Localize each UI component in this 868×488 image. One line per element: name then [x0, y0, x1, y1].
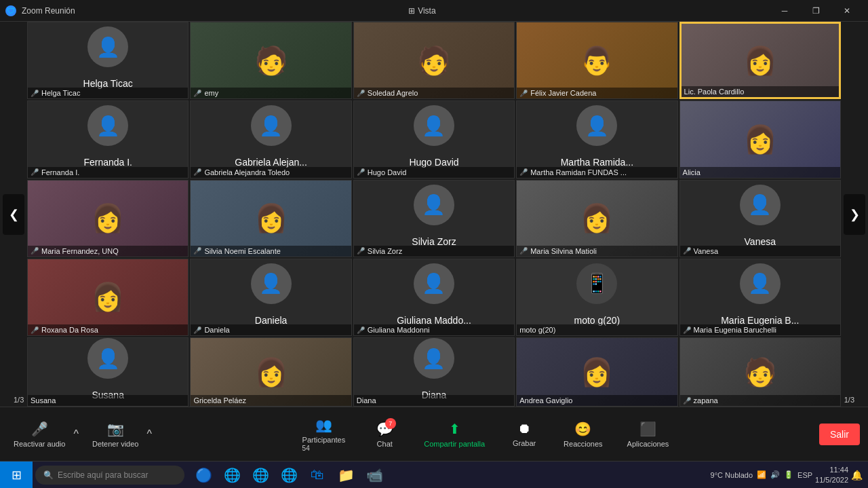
mic-off-icon-daniela: 🎤 — [193, 326, 201, 334]
toolbar-center: 👥 Participantes 54 💬 7 Chat ⬆ Compartir … — [152, 414, 819, 455]
taskbar-app-cortana[interactable]: 🔵 — [190, 462, 217, 489]
share-button[interactable]: ⬆ Compartir pantalla — [418, 418, 490, 451]
tile-fernanda[interactable]: 👤 Fernanda I. 🎤 Fernanda I. — [27, 100, 189, 178]
tile-paola[interactable]: 👩 Lic. Paola Cardillo — [679, 22, 841, 99]
mic-off-icon-mariaf: 🎤 — [31, 247, 39, 255]
tile-zapana[interactable]: 🧑 🎤 zapana — [679, 337, 841, 407]
tile-silviaz[interactable]: 👤 Silvia Zorz 🎤 Silvia Zorz — [353, 180, 515, 257]
tile-alicia[interactable]: 👩 Alicia — [679, 100, 841, 178]
taskbar-app-chrome[interactable]: 🌐 — [275, 462, 302, 489]
toolbar: 🎤 Reactivar audio ^ 📷 Detener video ^ 👥 … — [0, 407, 868, 461]
avatar-diana: 👤 — [414, 338, 454, 379]
audio-label: Reactivar audio — [14, 440, 65, 448]
tile-hugo[interactable]: 👤 Hugo David 🎤 Hugo David — [353, 100, 515, 178]
name-tag-diana: Diana — [354, 395, 514, 406]
name-tag-silvian: 🎤 Silvia Noemi Escalante — [191, 246, 351, 257]
apps-button[interactable]: ⬛ Aplicaciones — [622, 418, 675, 451]
apps-icon: ⬛ — [639, 421, 656, 436]
tile-roxana[interactable]: 👩 🎤 Roxana Da Rosa — [27, 259, 189, 336]
search-bar[interactable]: 🔍 Escribe aquí para buscar — [35, 466, 184, 485]
title-bar-left: 🛡 Zoom Reunión — [5, 5, 75, 16]
exit-button[interactable]: Salir — [819, 424, 860, 445]
apps-label: Aplicaciones — [627, 440, 669, 448]
mic-off-icon-helga: 🎤 — [31, 90, 39, 97]
name-tag-marias: 🎤 Maria Silvina Matioli — [517, 246, 677, 257]
taskbar-app-edge[interactable]: 🌐 — [218, 462, 245, 489]
video-grid-area: ❮ 1/3 👤 Helga Ticac 🎤 Helga Ticac 🧑 🎤 em… — [0, 22, 868, 407]
minimize-button[interactable]: ─ — [769, 0, 800, 22]
zoom-icon: 🛡 — [5, 5, 16, 16]
mic-off-icon-silvian: 🎤 — [193, 247, 201, 255]
tile-silvian[interactable]: 👩 🎤 Silvia Noemi Escalante — [190, 180, 351, 257]
mic-off-icon: 🎤 — [31, 421, 48, 436]
nav-arrow-left[interactable]: ❮ — [3, 194, 24, 235]
mic-off-icon-roxana: 🎤 — [31, 326, 39, 334]
participants-button[interactable]: 👥 Participantes 54 — [297, 414, 351, 455]
video-button[interactable]: 📷 Detener video — [87, 418, 144, 451]
record-label: Grabar — [513, 439, 536, 447]
window-title: Zoom Reunión — [22, 6, 75, 16]
mic-off-icon-gabriela: 🎤 — [193, 168, 201, 176]
notification-icon[interactable]: 🔔 — [851, 470, 863, 481]
name-tag-fernanda: 🎤 Fernanda I. — [28, 167, 188, 178]
name-tag-mariae: 🎤 Maria Eugenia Baruchelli — [680, 324, 840, 335]
participant-grid: 👤 Helga Ticac 🎤 Helga Ticac 🧑 🎤 emy 🧑 🎤 … — [27, 22, 841, 407]
tile-felix[interactable]: 👨 🎤 Félix Javier Cadena — [516, 22, 677, 99]
taskbar-app-ie[interactable]: 🌐 — [247, 462, 274, 489]
chevron-up-video-icon[interactable]: ^ — [146, 428, 152, 440]
name-tag-silviaz: 🎤 Silvia Zorz — [354, 246, 514, 257]
tile-moto[interactable]: 📱 moto g(20) moto g(20) — [516, 259, 677, 336]
cortana-icon: 🔵 — [195, 467, 212, 483]
name-tag-emy: 🎤 emy — [191, 88, 351, 98]
tile-giuliana[interactable]: 👤 Giuliana Maddo... 🎤 Giuliana Maddonni — [353, 259, 515, 336]
tile-gabriela[interactable]: 👤 Gabriela Alejan... 🎤 Gabriela Alejandr… — [190, 100, 351, 178]
tile-mariae[interactable]: 👤 Maria Eugenia B... 🎤 Maria Eugenia Bar… — [679, 259, 841, 336]
mic-off-icon-martha: 🎤 — [519, 168, 528, 176]
name-tag-zapana: 🎤 zapana — [680, 395, 840, 406]
network-icon: 📶 — [757, 470, 766, 479]
window-controls[interactable]: ─ ❐ ✕ — [769, 0, 863, 22]
chat-badge: 7 — [385, 418, 396, 429]
mic-off-icon-vanesa: 🎤 — [683, 247, 691, 255]
close-button[interactable]: ✕ — [831, 0, 863, 22]
reactions-button[interactable]: 😊 Reacciones — [558, 418, 608, 451]
tile-susana[interactable]: 👤 Susana Susana — [27, 337, 189, 407]
taskbar-app-store[interactable]: 🛍 — [304, 462, 331, 489]
title-bar: 🛡 Zoom Reunión ⊞ Vista ─ ❐ ✕ — [0, 0, 868, 22]
tile-helga[interactable]: 👤 Helga Ticac 🎤 Helga Ticac — [27, 22, 189, 99]
name-tag-moto: moto g(20) — [517, 324, 677, 335]
tile-gricelda[interactable]: 👩 Gricelda Peláez — [190, 337, 351, 407]
nav-arrow-right[interactable]: ❯ — [844, 194, 865, 235]
mic-off-icon-hugo: 🎤 — [357, 168, 365, 176]
maximize-button[interactable]: ❐ — [800, 0, 831, 22]
tile-emy[interactable]: 🧑 🎤 emy — [190, 22, 351, 99]
mic-off-icon-zapana: 🎤 — [683, 397, 691, 405]
name-tag-martha: 🎤 Martha Ramidan FUNDAS ... — [517, 167, 677, 178]
name-tag-paola: Lic. Paola Cardillo — [682, 86, 839, 97]
record-button[interactable]: ⏺ Grabar — [504, 418, 545, 450]
taskbar-app-zoom[interactable]: 📹 — [361, 462, 388, 489]
chevron-up-icon[interactable]: ^ — [73, 428, 79, 440]
chat-button[interactable]: 💬 7 Chat — [364, 418, 405, 451]
name-tag-gabriela: 🎤 Gabriela Alejandra Toledo — [191, 167, 351, 178]
reactions-icon: 😊 — [574, 421, 591, 436]
start-button[interactable]: ⊞ — [0, 462, 33, 489]
system-tray: 9°C Nublado 📶 🔊 🔋 ESP — [711, 470, 813, 479]
taskbar-app-explorer[interactable]: 📁 — [332, 462, 359, 489]
avatar-fernanda: 👤 — [87, 105, 128, 146]
tile-daniela[interactable]: 👤 Daniela 🎤 Daniela — [190, 259, 351, 336]
tile-mariaf[interactable]: 👩 🎤 Maria Fernandez, UNQ — [27, 180, 189, 257]
tile-diana[interactable]: 👤 Diana Diana — [353, 337, 515, 407]
tile-martha[interactable]: 👤 Martha Ramida... 🎤 Martha Ramidan FUND… — [516, 100, 677, 178]
audio-button[interactable]: 🎤 Reactivar audio — [8, 418, 71, 451]
tile-marias[interactable]: 👩 🎤 Maria Silvina Matioli — [516, 180, 677, 257]
mic-off-icon-emy: 🎤 — [193, 90, 201, 97]
tile-andrea[interactable]: 👩 Andrea Gaviglio — [516, 337, 677, 407]
vista-button[interactable]: ⊞ Vista — [408, 6, 435, 16]
name-tag-susana: Susana — [28, 395, 188, 406]
name-tag-helga: 🎤 Helga Ticac — [28, 88, 188, 98]
mic-off-icon-mariae: 🎤 — [683, 326, 691, 334]
avatar-vanesa: 👤 — [740, 185, 781, 225]
tile-soledad[interactable]: 🧑 🎤 Soledad Agrelo — [353, 22, 515, 99]
tile-vanesa[interactable]: 👤 Vanesa 🎤 Vanesa — [679, 180, 841, 257]
